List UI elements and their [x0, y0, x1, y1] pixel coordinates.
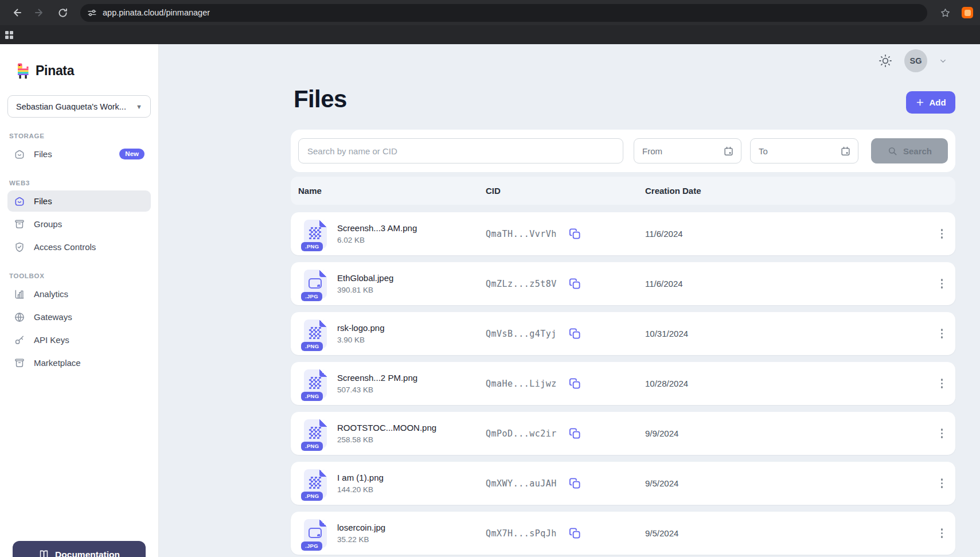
row-menu-kebab-icon[interactable] [938, 425, 947, 442]
table-row[interactable]: .PNG Screensh...2 PM.png 507.43 KB QmaHe… [291, 362, 955, 405]
table-row[interactable]: .PNG rsk-logo.png 3.90 KB QmVsB...g4Tyj … [291, 312, 955, 355]
file-name-cell: .PNG ROOTSTOC...MOON.png 258.58 KB [304, 419, 486, 448]
cid-cell: QmX7H...sPqJh [486, 527, 645, 540]
cid-value: QmaTH...VvrVh [486, 229, 557, 239]
avatar[interactable]: SG [904, 49, 927, 72]
back-icon[interactable] [7, 3, 26, 22]
search-input[interactable] [298, 138, 623, 163]
copy-cid-button[interactable] [568, 327, 581, 340]
folded-corner [319, 469, 327, 477]
png-checker-glyph [309, 377, 321, 389]
copy-cid-button[interactable] [568, 227, 581, 240]
file-rows: .PNG Screensh...3 AM.png 6.02 KB QmaTH..… [291, 212, 955, 555]
pinata-logo[interactable]: Pinata [16, 62, 158, 79]
file-type-icon: .PNG [304, 469, 327, 498]
jpg-photo-glyph [309, 528, 322, 538]
file-type-icon: .JPG [304, 270, 327, 298]
date-from-field[interactable] [634, 138, 741, 163]
files-icon [14, 196, 25, 207]
search-button[interactable]: Search [871, 138, 948, 163]
copy-cid-button[interactable] [568, 427, 581, 440]
copy-cid-button[interactable] [568, 477, 581, 490]
pinata-app: Pinata Sebastian Guaqueta's Work... ▼ ST… [0, 44, 980, 557]
row-menu-kebab-icon[interactable] [938, 325, 947, 342]
cid-cell: QmaTH...VvrVh [486, 227, 645, 240]
calendar-icon[interactable] [723, 146, 734, 157]
site-settings-icon[interactable] [87, 8, 97, 18]
file-size: 6.02 KB [337, 236, 417, 244]
folded-corner [319, 419, 327, 427]
analytics-chart-icon [14, 289, 25, 300]
copy-cid-button[interactable] [568, 377, 581, 390]
documentation-button[interactable]: Documentation [13, 541, 146, 557]
forward-icon[interactable] [30, 3, 49, 22]
row-menu-kebab-icon[interactable] [938, 275, 947, 292]
section-label-storage: STORAGE [9, 133, 158, 139]
file-name: I am (1).png [337, 473, 384, 482]
creation-date: 11/6/2024 [645, 229, 921, 239]
sidebar-item-gateways[interactable]: Gateways [7, 306, 151, 328]
row-menu-kebab-icon[interactable] [938, 375, 947, 392]
file-name: losercoin.jpg [337, 523, 385, 532]
browser-toolbar: app.pinata.cloud/pinmanager [0, 0, 980, 25]
sidebar-item-api-keys[interactable]: API Keys [7, 329, 151, 350]
row-menu-kebab-icon[interactable] [938, 475, 947, 492]
row-menu-kebab-icon[interactable] [938, 225, 947, 242]
apps-grid-icon[interactable] [5, 31, 13, 39]
sidebar-item-files-storage[interactable]: Files New [7, 143, 151, 165]
add-button[interactable]: Add [906, 91, 955, 114]
main-content: SG Files Add Search Name CID [159, 44, 980, 557]
copy-icon [568, 227, 581, 240]
row-menu-kebab-icon[interactable] [938, 525, 947, 542]
file-type-badge: .PNG [301, 342, 323, 351]
table-row[interactable]: .JPG EthGlobal.jpeg 390.81 KB QmZLz...z5… [291, 262, 955, 305]
table-row[interactable]: .PNG I am (1).png 144.20 KB QmXWY...auJA… [291, 462, 955, 505]
file-type-icon: .JPG [304, 519, 327, 548]
folded-corner [319, 320, 327, 327]
sidebar-item-analytics[interactable]: Analytics [7, 283, 151, 305]
table-header: Name CID Creation Date [291, 177, 955, 205]
file-name: Screensh...2 PM.png [337, 373, 417, 383]
bookmark-star-icon[interactable] [935, 3, 955, 22]
table-row[interactable]: .JPG losercoin.jpg 35.22 KB QmX7H...sPqJ… [291, 512, 955, 555]
cid-cell: QmZLz...z5t8V [486, 277, 645, 290]
sidebar-item-label: Files [34, 196, 52, 206]
creation-date: 11/6/2024 [645, 279, 921, 289]
date-to-field[interactable] [750, 138, 858, 163]
theme-sun-icon[interactable] [878, 53, 893, 68]
page-title: Files [294, 85, 347, 113]
workspace-name: Sebastian Guaqueta's Work... [16, 102, 126, 111]
table-row[interactable]: .PNG Screensh...3 AM.png 6.02 KB QmaTH..… [291, 212, 955, 255]
creation-date: 9/9/2024 [645, 429, 921, 438]
file-name-cell: .PNG Screensh...2 PM.png 507.43 KB [304, 369, 486, 398]
sidebar-item-access-controls[interactable]: Access Controls [7, 236, 151, 258]
file-name: ROOTSTOC...MOON.png [337, 423, 436, 433]
table-row[interactable]: .PNG ROOTSTOC...MOON.png 258.58 KB QmPoD… [291, 412, 955, 455]
file-size: 390.81 KB [337, 286, 393, 294]
file-type-badge: .JPG [301, 292, 322, 301]
sidebar-item-files-web3[interactable]: Files [7, 190, 151, 212]
documentation-label: Documentation [55, 550, 120, 557]
sidebar-item-groups[interactable]: Groups [7, 213, 151, 235]
chevron-down-icon[interactable] [939, 57, 947, 65]
file-name: rsk-logo.png [337, 323, 385, 333]
filter-bar: Search [291, 130, 955, 172]
png-checker-glyph [309, 477, 321, 489]
pinata-extension-icon[interactable] [962, 7, 973, 18]
copy-cid-button[interactable] [568, 527, 581, 540]
file-size: 144.20 KB [337, 485, 384, 494]
reload-icon[interactable] [53, 3, 72, 22]
address-bar[interactable]: app.pinata.cloud/pinmanager [80, 4, 927, 22]
sidebar-item-marketplace[interactable]: Marketplace [7, 352, 151, 373]
calendar-icon[interactable] [840, 146, 851, 157]
file-type-badge: .PNG [301, 242, 323, 251]
file-type-icon: .PNG [304, 320, 327, 348]
png-checker-glyph [309, 227, 321, 239]
date-to-input[interactable] [759, 146, 840, 156]
plus-icon [915, 98, 925, 107]
copy-cid-button[interactable] [568, 277, 581, 290]
sidebar-item-label: Groups [34, 219, 62, 229]
file-type-badge: .JPG [301, 542, 322, 551]
workspace-selector[interactable]: Sebastian Guaqueta's Work... ▼ [7, 95, 151, 118]
date-from-input[interactable] [642, 146, 723, 156]
